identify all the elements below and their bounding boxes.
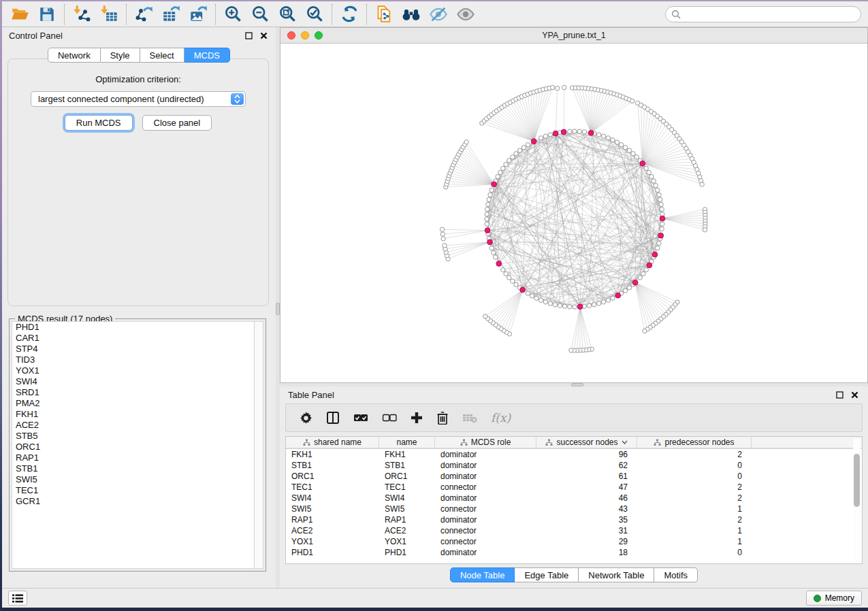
table-row[interactable]: FKH1FKH1dominator962 [286, 449, 862, 460]
list-item[interactable]: STB1 [12, 463, 263, 474]
mcds-node[interactable] [485, 228, 490, 233]
network-node[interactable] [568, 305, 572, 309]
create-column-button[interactable] [411, 408, 423, 428]
table-scrollbar[interactable] [853, 438, 861, 562]
network-node[interactable] [441, 237, 445, 241]
network-node[interactable] [543, 300, 547, 304]
network-node[interactable] [485, 217, 489, 221]
export-table-button[interactable] [157, 3, 184, 25]
list-item[interactable]: TEC1 [12, 485, 263, 496]
network-node[interactable] [582, 130, 586, 134]
table-row[interactable]: SWI5SWI5connector431 [286, 503, 862, 514]
network-node[interactable] [558, 303, 562, 308]
network-node[interactable] [656, 246, 660, 250]
tab-node-table[interactable]: Node Table [450, 567, 515, 582]
mcds-node[interactable] [615, 293, 621, 298]
network-node[interactable] [573, 129, 577, 133]
network-search-input[interactable] [684, 10, 855, 19]
list-item[interactable]: FKH1 [12, 409, 263, 420]
network-node[interactable] [627, 286, 631, 290]
duplicate-network-button[interactable] [370, 3, 398, 25]
list-item[interactable]: RAP1 [12, 452, 263, 463]
tab-mcds[interactable]: MCDS [184, 48, 230, 63]
column-header-shared-name[interactable]: shared name [286, 437, 379, 448]
save-session-button[interactable] [33, 3, 61, 25]
network-node[interactable] [644, 166, 648, 170]
list-item[interactable]: YOX1 [12, 365, 263, 376]
network-node[interactable] [548, 133, 552, 137]
network-node[interactable] [597, 301, 601, 306]
network-node[interactable] [615, 140, 619, 144]
tab-style[interactable]: Style [101, 48, 140, 63]
mcds-node[interactable] [632, 280, 638, 285]
network-node[interactable] [660, 227, 664, 231]
tab-select[interactable]: Select [140, 48, 184, 63]
network-node[interactable] [507, 276, 511, 280]
network-node[interactable] [703, 228, 707, 232]
network-node[interactable] [486, 202, 490, 206]
network-node[interactable] [543, 134, 547, 138]
zoom-selected-button[interactable] [301, 3, 328, 25]
float-table-panel-button[interactable] [834, 389, 845, 400]
mcds-node[interactable] [647, 263, 652, 268]
network-node[interactable] [631, 152, 635, 156]
select-all-button[interactable] [353, 408, 368, 428]
mcds-node[interactable] [561, 129, 566, 135]
network-node[interactable] [485, 212, 489, 216]
network-node[interactable] [483, 314, 487, 318]
network-node[interactable] [551, 86, 555, 90]
mcds-node[interactable] [496, 261, 502, 267]
table-row[interactable]: STB1STB1dominator620 [286, 460, 862, 471]
network-node[interactable] [587, 303, 591, 308]
refresh-network-button[interactable] [336, 3, 363, 25]
list-item[interactable]: ORC1 [12, 442, 263, 452]
list-item[interactable]: SWI4 [12, 376, 263, 387]
mcds-node[interactable] [658, 233, 664, 238]
mcds-result-list[interactable]: PHD1CAR1STP4TID3YOX1SWI4SRD1PMA2FKH1ACE2… [12, 321, 263, 569]
network-node[interactable] [488, 193, 492, 197]
mcds-node[interactable] [577, 304, 583, 310]
mcds-node[interactable] [660, 216, 665, 221]
list-item[interactable]: SWI5 [12, 474, 263, 485]
column-header-mcds-role[interactable]: MCDS role [435, 437, 536, 448]
network-node[interactable] [534, 296, 539, 300]
close-panel-button[interactable] [258, 30, 269, 41]
table-row[interactable]: ORC1ORC1dominator610 [286, 471, 862, 482]
network-node[interactable] [601, 300, 605, 304]
network-node[interactable] [485, 207, 489, 211]
table-row[interactable]: SWI4SWI4dominator462 [286, 493, 862, 503]
network-node[interactable] [507, 159, 511, 163]
network-node[interactable] [492, 250, 496, 254]
network-node[interactable] [498, 170, 502, 174]
export-image-button[interactable] [184, 3, 212, 25]
network-node[interactable] [553, 303, 557, 307]
network-node[interactable] [530, 294, 534, 298]
network-node[interactable] [659, 202, 663, 206]
network-node[interactable] [501, 166, 505, 170]
mcds-node[interactable] [640, 161, 645, 166]
network-node[interactable] [504, 162, 508, 166]
network-node[interactable] [526, 143, 530, 147]
network-node[interactable] [573, 305, 577, 309]
zoom-fit-button[interactable] [274, 3, 301, 25]
show-graphics-details-button[interactable] [452, 3, 479, 25]
mcds-node[interactable] [652, 252, 658, 257]
network-node[interactable] [556, 86, 560, 90]
network-node[interactable] [526, 291, 530, 295]
network-node[interactable] [627, 148, 631, 152]
network-node[interactable] [601, 134, 605, 138]
network-node[interactable] [638, 276, 642, 280]
table-row[interactable]: TEC1TEC1connector472 [286, 482, 862, 493]
table-mode-button[interactable] [300, 408, 312, 428]
list-item[interactable]: PHD1 [12, 322, 263, 333]
show-columns-button[interactable] [326, 408, 340, 428]
list-item[interactable]: TID3 [12, 354, 263, 365]
list-item[interactable]: CAR1 [12, 333, 263, 344]
network-node[interactable] [514, 152, 518, 156]
table-scrollbar-thumb[interactable] [854, 454, 860, 507]
network-window-titlebar[interactable]: YPA_prune.txt_1 [280, 28, 867, 44]
network-node[interactable] [592, 303, 596, 307]
list-item[interactable]: SRD1 [12, 387, 263, 398]
export-network-button[interactable] [130, 3, 157, 25]
network-node[interactable] [611, 296, 615, 300]
